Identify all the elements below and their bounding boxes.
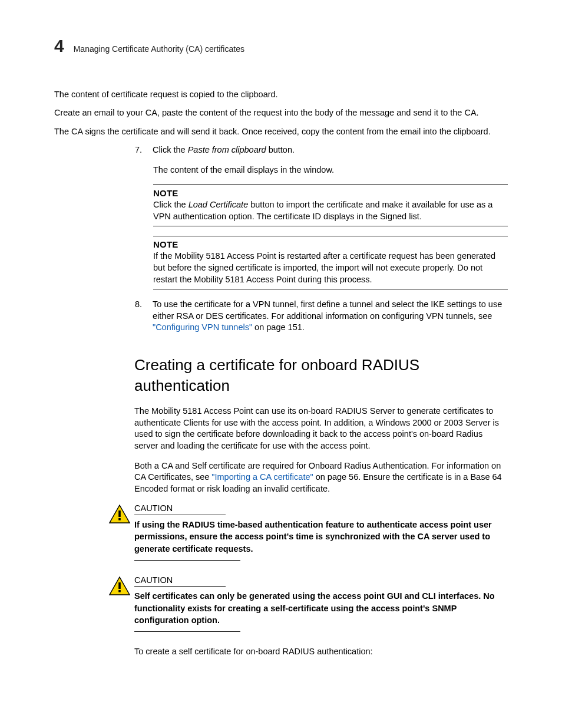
note-label: NOTE (153, 239, 508, 251)
svg-rect-1 (118, 510, 121, 517)
warning-icon (108, 504, 134, 524)
body-text: Both a CA and Self certificate are requi… (134, 460, 508, 495)
body-text: The content of certificate request is co… (54, 89, 508, 101)
body-text: To create a self certificate for on-boar… (134, 646, 508, 658)
ui-label-italic: Paste from clipboard (188, 145, 266, 154)
caution-text: Self certificates can only be generated … (134, 590, 508, 626)
warning-icon (108, 576, 134, 596)
caution-rule (134, 631, 240, 632)
text: Click the (153, 145, 188, 154)
page-header: 4 Managing Certificate Authority (CA) ce… (54, 34, 508, 58)
step-7: 7. Click the Paste from clipboard button… (135, 144, 508, 156)
svg-rect-2 (118, 518, 121, 521)
body-text: The Mobility 5181 Access Point can use i… (134, 406, 508, 452)
step-8: 8. To use the certificate for a VPN tunn… (135, 299, 508, 334)
caution-text: If using the RADIUS time-based authentic… (134, 519, 508, 555)
cross-reference-link[interactable]: "Importing a CA certificate" (211, 472, 313, 482)
caution-body: CAUTION If using the RADIUS time-based a… (134, 503, 508, 560)
caution-block: CAUTION Self certificates can only be ge… (108, 575, 508, 632)
caution-rule (134, 559, 240, 561)
step-text: Click the Paste from clipboard button. (153, 144, 508, 156)
chapter-title: Managing Certificate Authority (CA) cert… (74, 44, 244, 55)
caution-label: CAUTION (134, 503, 173, 513)
caution-label: CAUTION (134, 575, 173, 585)
page: 4 Managing Certificate Authority (CA) ce… (0, 0, 562, 713)
step-number: 7. (135, 144, 153, 156)
svg-rect-4 (118, 582, 121, 589)
ui-label-italic: Load Certificate (189, 200, 249, 209)
text: button. (266, 145, 295, 154)
note-box: NOTE Click the Load Certificate button t… (153, 185, 508, 226)
note-text: Click the Load Certificate button to imp… (153, 199, 508, 222)
text: To use the certificate for a VPN tunnel,… (153, 299, 502, 321)
svg-rect-5 (118, 590, 121, 592)
body-text: Create an email to your CA, paste the co… (54, 107, 508, 119)
step-text: To use the certificate for a VPN tunnel,… (153, 299, 508, 334)
section-heading: Creating a certificate for onboard RADIU… (134, 355, 508, 396)
caution-body: CAUTION Self certificates can only be ge… (134, 575, 508, 632)
text: Click the (153, 200, 189, 209)
step-sub-text: The content of the email displays in the… (153, 164, 508, 176)
text: on page 151. (252, 322, 305, 332)
note-label: NOTE (153, 187, 508, 199)
note-text: If the Mobility 5181 Access Point is res… (153, 251, 508, 285)
chapter-number: 4 (54, 34, 64, 58)
step-number: 8. (135, 299, 153, 334)
body-text: The CA signs the certificate and will se… (54, 126, 508, 138)
cross-reference-link[interactable]: "Configuring VPN tunnels" (153, 322, 252, 332)
note-box: NOTE If the Mobility 5181 Access Point i… (153, 236, 508, 289)
caution-block: CAUTION If using the RADIUS time-based a… (108, 503, 508, 560)
